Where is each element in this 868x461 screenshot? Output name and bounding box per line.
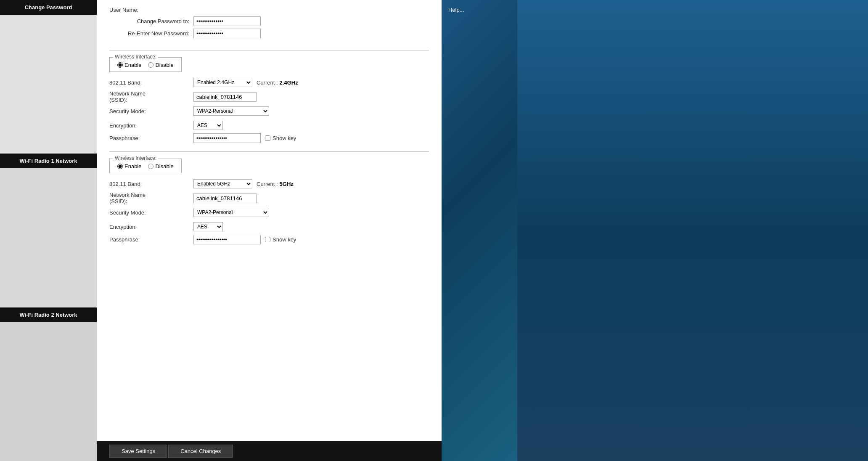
radio1-band-label: 802.11 Band:	[109, 79, 193, 86]
radio2-security-label: Security Mode:	[109, 209, 193, 216]
footer-bar: Save Settings Cancel Changes	[97, 441, 442, 461]
radio1-encryption-select[interactable]: AES TKIP	[193, 121, 223, 130]
radio1-passphrase-input[interactable]	[193, 133, 261, 143]
radio2-interface-toggle: Enable Disable	[117, 163, 174, 170]
radio2-passphrase-row: Passphrase: Show key	[109, 235, 429, 244]
radio1-passphrase-label: Passphrase:	[109, 135, 193, 141]
radio2-header: Wi-Fi Radio 2 Network	[0, 307, 97, 322]
spacer-panel	[517, 0, 868, 461]
radio1-disable-radio[interactable]	[148, 62, 153, 68]
right-panel: Help...	[442, 0, 517, 461]
change-password-input[interactable]	[193, 16, 261, 26]
radio1-interface-toggle: Enable Disable	[117, 62, 174, 68]
radio2-encryption-select[interactable]: AES TKIP	[193, 222, 223, 231]
radio1-ssid-label: Network Name(SSID):	[109, 90, 193, 103]
save-settings-button[interactable]: Save Settings	[109, 445, 167, 458]
radio2-band-label: 802.11 Band:	[109, 181, 193, 187]
reenter-password-label: Re-Enter New Password:	[109, 30, 193, 37]
radio2-passphrase-label: Passphrase:	[109, 236, 193, 243]
radio2-current-value: 5GHz	[280, 181, 294, 187]
radio1-interface-legend: Wireless Interface:	[113, 54, 158, 60]
help-link[interactable]: Help...	[448, 7, 464, 13]
radio1-interface-box: Wireless Interface: Enable Disable	[109, 57, 182, 72]
reenter-password-input[interactable]	[193, 29, 261, 38]
radio1-showkey-checkbox[interactable]	[265, 135, 270, 141]
radio1-ssid-input[interactable]	[193, 92, 257, 102]
radio1-passphrase-row: Passphrase: Show key	[109, 133, 429, 143]
radio2-disable-radio[interactable]	[148, 164, 153, 169]
radio1-showkey-text: Show key	[273, 135, 296, 141]
radio1-enable-label[interactable]: Enable	[117, 62, 141, 68]
radio1-security-label: Security Mode:	[109, 108, 193, 114]
radio2-passphrase-input[interactable]	[193, 235, 261, 244]
radio1-ssid-row: Network Name(SSID):	[109, 90, 429, 103]
radio2-interface-legend: Wireless Interface:	[113, 155, 158, 161]
radio2-security-row: Security Mode: WPA2-Personal WPA-Persona…	[109, 208, 429, 217]
radio2-ssid-input[interactable]	[193, 193, 257, 203]
radio1-showkey-label[interactable]: Show key	[265, 135, 296, 141]
radio2-enable-text: Enable	[124, 163, 141, 170]
radio2-encryption-row: Encryption: AES TKIP	[109, 220, 429, 231]
radio2-enable-label[interactable]: Enable	[117, 163, 141, 170]
radio2-security-select[interactable]: WPA2-Personal WPA-Personal WEP None	[193, 208, 269, 217]
radio1-band-select[interactable]: Enabled 2.4GHz Disabled Enabled 5GHz	[193, 78, 252, 87]
cancel-changes-button[interactable]: Cancel Changes	[168, 445, 233, 458]
radio2-band-row: 802.11 Band: Enabled 5GHz Disabled Enabl…	[109, 179, 429, 188]
radio1-security-select[interactable]: WPA2-Personal WPA-Personal WEP None	[193, 106, 269, 116]
radio1-encryption-label: Encryption:	[109, 122, 193, 129]
radio1-enable-radio[interactable]	[117, 62, 123, 68]
radio2-current-label: Current :	[257, 181, 278, 187]
radio2-showkey-text: Show key	[273, 236, 296, 243]
radio1-enable-text: Enable	[124, 62, 141, 68]
radio1-current-value: 2.4GHz	[280, 79, 298, 86]
radio2-interface-box: Wireless Interface: Enable Disable	[109, 159, 182, 173]
radio1-disable-text: Disable	[155, 62, 173, 68]
radio1-section: Wireless Interface: Enable Disable 802.	[109, 57, 429, 143]
change-password-row: Change Password to:	[109, 16, 429, 26]
radio2-disable-text: Disable	[155, 163, 173, 170]
reenter-password-row: Re-Enter New Password:	[109, 29, 429, 38]
radio1-encryption-row: Encryption: AES TKIP	[109, 119, 429, 130]
radio2-ssid-row: Network Name(SSID):	[109, 192, 429, 204]
radio2-showkey-checkbox[interactable]	[265, 237, 270, 242]
radio2-band-select[interactable]: Enabled 5GHz Disabled Enabled 2.4GHz	[193, 179, 252, 188]
radio1-security-row: Security Mode: WPA2-Personal WPA-Persona…	[109, 106, 429, 116]
radio1-current-label: Current :	[257, 79, 278, 86]
change-password-header: Change Password	[0, 0, 97, 15]
username-label: User Name:	[109, 7, 429, 13]
change-password-section: User Name: Change Password to: Re-Enter …	[109, 0, 429, 46]
radio2-disable-label[interactable]: Disable	[148, 163, 173, 170]
radio2-section: Wireless Interface: Enable Disable 802.	[109, 159, 429, 244]
radio2-enable-radio[interactable]	[117, 164, 123, 169]
radio2-showkey-label[interactable]: Show key	[265, 236, 296, 243]
radio1-header: Wi-Fi Radio 1 Network	[0, 154, 97, 168]
change-password-label: Change Password to:	[109, 18, 193, 24]
radio2-encryption-label: Encryption:	[109, 224, 193, 230]
radio1-band-row: 802.11 Band: Enabled 2.4GHz Disabled Ena…	[109, 78, 429, 87]
radio2-ssid-label: Network Name(SSID):	[109, 192, 193, 204]
radio1-disable-label[interactable]: Disable	[148, 62, 173, 68]
